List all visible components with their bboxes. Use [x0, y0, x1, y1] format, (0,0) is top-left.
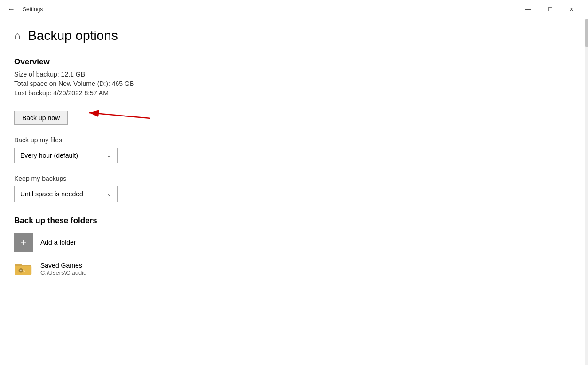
home-icon: ⌂	[14, 30, 20, 42]
annotation-arrow	[85, 104, 155, 128]
keep-backups-section: Keep my backups Until space is needed ⌄	[14, 175, 569, 202]
app-title: Settings	[23, 6, 43, 13]
backup-frequency-section: Back up my files Every hour (default) ⌄	[14, 136, 569, 163]
svg-point-7	[23, 270, 24, 271]
title-bar-left: ← Settings	[6, 3, 43, 16]
folder-info: Saved Games C:\Users\Claudiu	[40, 262, 86, 276]
backup-frequency-label: Back up my files	[14, 136, 569, 144]
keep-backups-dropdown[interactable]: Until space is needed ⌄	[14, 186, 118, 202]
keep-backups-value: Until space is needed	[20, 190, 83, 198]
page-title: Backup options	[28, 28, 118, 43]
folder-icon	[14, 259, 33, 278]
folder-svg-icon	[15, 261, 32, 276]
scrollbar[interactable]	[585, 19, 588, 365]
keep-backups-label: Keep my backups	[14, 175, 569, 182]
folder-name: Saved Games	[40, 262, 86, 269]
add-folder-row: + Add a folder	[14, 233, 569, 252]
page-header: ⌂ Backup options	[14, 28, 569, 43]
scrollbar-thumb[interactable]	[585, 19, 588, 47]
total-space: Total space on New Volume (D:): 465 GB	[14, 80, 569, 87]
backup-frequency-value: Every hour (default)	[20, 152, 78, 159]
backup-frequency-dropdown[interactable]: Every hour (default) ⌄	[14, 148, 118, 163]
backup-frequency-chevron: ⌄	[107, 152, 111, 159]
close-button[interactable]: ✕	[561, 2, 582, 17]
minimize-button[interactable]: —	[517, 2, 539, 17]
svg-point-8	[24, 271, 25, 272]
svg-rect-6	[21, 269, 21, 271]
folders-section-title: Back up these folders	[14, 216, 569, 225]
window-controls: — ☐ ✕	[517, 2, 582, 17]
svg-line-1	[89, 113, 150, 118]
title-bar: ← Settings — ☐ ✕	[0, 0, 588, 19]
overview-title: Overview	[14, 57, 569, 67]
folder-path: C:\Users\Claudiu	[40, 269, 86, 276]
size-of-backup: Size of backup: 12.1 GB	[14, 70, 569, 78]
add-folder-button[interactable]: +	[14, 233, 33, 252]
main-content: ⌂ Backup options Overview Size of backup…	[0, 19, 588, 365]
back-button[interactable]: ←	[6, 3, 17, 16]
list-item: Saved Games C:\Users\Claudiu	[14, 259, 569, 278]
backup-now-button[interactable]: Back up now	[14, 111, 68, 125]
maximize-button[interactable]: ☐	[539, 2, 561, 17]
add-folder-label: Add a folder	[40, 239, 76, 246]
keep-backups-chevron: ⌄	[107, 191, 111, 197]
last-backup: Last backup: 4/20/2022 8:57 AM	[14, 89, 569, 97]
folders-section: Back up these folders + Add a folder	[14, 216, 569, 278]
overview-section: Overview Size of backup: 12.1 GB Total s…	[14, 57, 569, 125]
